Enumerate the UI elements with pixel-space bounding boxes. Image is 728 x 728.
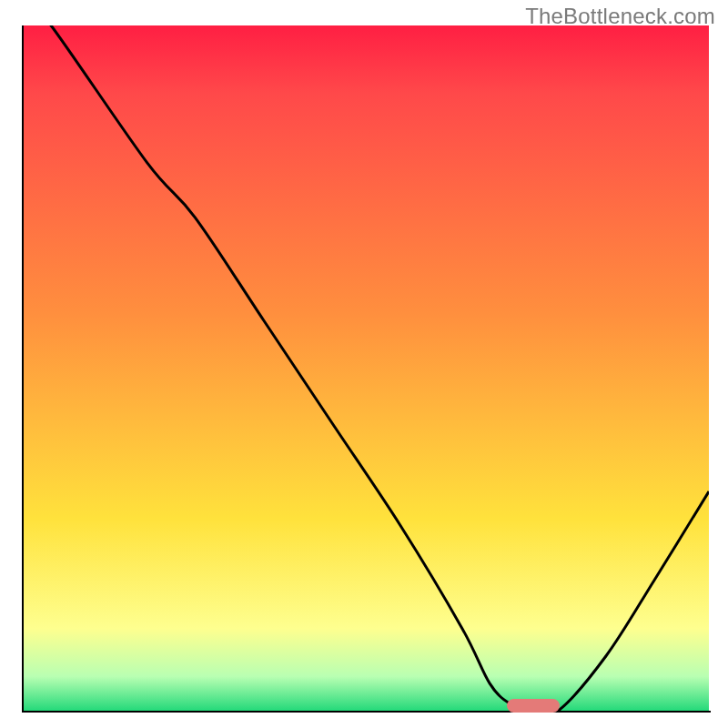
sweet-spot-marker: [507, 699, 560, 713]
watermark-text: TheBottleneck.com: [525, 4, 715, 29]
bottleneck-chart: TheBottleneck.com: [0, 0, 728, 728]
plot-area: [24, 25, 709, 711]
curve-path: [24, 25, 709, 711]
x-axis: [22, 711, 711, 713]
y-axis: [22, 25, 24, 713]
bottleneck-curve: [24, 25, 709, 711]
